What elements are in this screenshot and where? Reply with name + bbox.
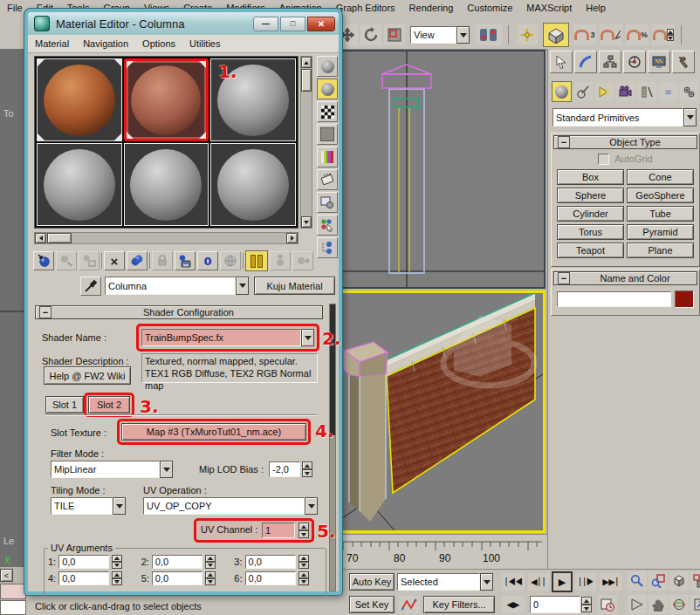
tab-hierarchy-icon[interactable]	[599, 51, 621, 73]
collapse-icon[interactable]: −	[558, 136, 570, 148]
teapot-button[interactable]: Teapot	[557, 243, 624, 258]
material-options-icon[interactable]	[317, 192, 338, 213]
uv-arg-field[interactable]: 0,0	[58, 555, 109, 569]
go-to-start-button[interactable]: ⏐◀◀	[502, 573, 525, 591]
uv-channel-spinner[interactable]	[299, 523, 309, 538]
close-button[interactable]: ✕	[307, 17, 335, 31]
key-filters-button[interactable]: Key Filters...	[423, 596, 495, 613]
material-id-channel-icon[interactable]: 0	[197, 251, 218, 270]
shapes-category-icon[interactable]	[574, 82, 593, 101]
uv-arg-field[interactable]: 0,0	[152, 571, 202, 585]
uv-operation-arrow[interactable]	[305, 497, 318, 515]
previous-frame-button[interactable]: ◀⏐⏐	[528, 573, 549, 591]
torus-button[interactable]: Torus	[557, 224, 624, 240]
background-icon[interactable]	[317, 101, 338, 122]
use-pivot-center-icon[interactable]	[476, 24, 502, 45]
systems-category-icon[interactable]	[680, 82, 698, 101]
tiling-mode-arrow[interactable]	[113, 497, 126, 515]
collapse-icon[interactable]: −	[39, 306, 51, 318]
slot2-tab[interactable]: Slot 2	[88, 396, 130, 413]
video-color-check-icon[interactable]	[317, 147, 338, 167]
sample-uv-tiling-icon[interactable]	[317, 124, 338, 145]
tab-modify-icon[interactable]	[574, 51, 597, 73]
viewport-front[interactable]	[340, 50, 546, 289]
palette-horizontal-scrollbar[interactable]	[34, 232, 299, 244]
auto-key-button[interactable]: Auto Key	[349, 573, 395, 591]
go-to-end-button[interactable]: ▶▶⏐	[600, 573, 622, 591]
go-to-parent-icon[interactable]	[270, 251, 291, 270]
make-unique-icon[interactable]	[152, 251, 173, 270]
help-fw2-wiki-button[interactable]: Help @ FW2 Wiki	[44, 366, 131, 385]
sample-slot-empty[interactable]	[37, 143, 122, 226]
angle-snap-toggle-icon[interactable]	[600, 24, 622, 45]
make-preview-icon[interactable]	[317, 169, 338, 190]
select-rotate-icon[interactable]	[360, 24, 381, 45]
play-button[interactable]: ▶	[552, 571, 573, 592]
snaps-toggle-icon[interactable]	[543, 23, 569, 47]
current-frame-field[interactable]: 0	[530, 596, 580, 613]
uv-arg-field[interactable]: 0,0	[58, 571, 109, 585]
sample-slot-empty[interactable]	[210, 143, 296, 226]
tab-create-icon[interactable]	[550, 51, 573, 73]
mip-lod-bias-field[interactable]: -2,0	[269, 461, 300, 477]
sample-slot-brick[interactable]	[37, 58, 122, 141]
menu-options[interactable]: Options	[135, 36, 182, 51]
uv-arg-spinner[interactable]	[112, 555, 122, 569]
field-of-view-icon[interactable]	[628, 595, 647, 614]
geosphere-button[interactable]: GeoSphere	[627, 188, 694, 203]
arc-rotate-icon[interactable]	[669, 595, 689, 614]
menu-customize[interactable]: Customize	[460, 0, 519, 16]
angle-snap-3-icon[interactable]: 3	[573, 24, 596, 45]
sample-slot-columna-selected[interactable]	[124, 58, 209, 141]
tab-utilities-icon[interactable]	[672, 51, 695, 73]
key-mode-curve-icon[interactable]	[399, 596, 420, 613]
zoom-extents-icon[interactable]	[669, 571, 689, 591]
helpers-category-icon[interactable]	[638, 82, 656, 101]
shader-name-arrow[interactable]	[301, 329, 314, 346]
cylinder-button[interactable]: Cylinder	[557, 206, 624, 222]
shader-name-dropdown[interactable]: TrainBumpSpec.fx	[141, 329, 314, 346]
uv-arg-spinner[interactable]	[205, 555, 216, 569]
menu-maxscript[interactable]: MAXScript	[519, 0, 579, 16]
menu-utilities[interactable]: Utilities	[182, 36, 227, 51]
uv-arg-field[interactable]: 0,0	[245, 555, 296, 569]
material-editor-window[interactable]: Material Editor - Columna — □ ✕ Material…	[24, 9, 342, 595]
primitive-category-dropdown[interactable]: Standard Primitives	[552, 108, 697, 126]
current-frame-spinner[interactable]	[581, 597, 592, 612]
box-button[interactable]: Box	[557, 169, 624, 185]
spacewarps-category-icon[interactable]: ≈	[659, 82, 677, 101]
maxscript-listener-white-pane[interactable]	[0, 600, 26, 615]
min-max-toggle-icon[interactable]	[690, 595, 700, 614]
reference-coordsys-dropdown[interactable]: View	[410, 26, 470, 44]
key-mode-toggle-button[interactable]: ◀▶	[502, 596, 525, 613]
pick-material-from-object-icon[interactable]	[80, 277, 101, 296]
get-material-icon[interactable]	[33, 251, 54, 270]
put-to-library-icon[interactable]	[175, 251, 196, 270]
geometry-category-icon[interactable]	[552, 81, 572, 102]
mip-lod-bias-spinner[interactable]	[302, 461, 312, 477]
lights-category-icon[interactable]	[595, 82, 614, 101]
viewport-perspective-active[interactable]	[340, 290, 546, 533]
object-color-swatch[interactable]	[675, 290, 694, 308]
name-color-rollout-header[interactable]: − Name and Color	[553, 271, 697, 285]
timeline-left-scroll-button[interactable]: <	[0, 569, 13, 582]
menu-rendering[interactable]: Rendering	[402, 0, 461, 16]
uv-arg-field[interactable]: 0,0	[245, 571, 296, 585]
go-forward-to-sibling-icon[interactable]	[292, 251, 313, 270]
material-type-button[interactable]: Kuju Material	[254, 277, 335, 295]
slot-texture-button[interactable]: Map #3 (TxMuroTut01_nm.ace)	[121, 423, 306, 441]
sample-type-icon[interactable]	[317, 56, 338, 77]
object-name-field[interactable]	[557, 291, 671, 307]
uv-arg-spinner[interactable]	[205, 571, 216, 585]
collapse-icon[interactable]: −	[558, 272, 570, 284]
sphere-button[interactable]: Sphere	[557, 188, 624, 203]
pyramid-button[interactable]: Pyramid	[627, 224, 694, 240]
filter-mode-dropdown[interactable]: MipLinear	[51, 461, 173, 478]
selected-filter-arrow[interactable]	[480, 573, 493, 591]
plane-button[interactable]: Plane	[627, 243, 694, 258]
selected-filter-dropdown[interactable]: Selected	[397, 573, 493, 591]
spinner-snap-icon[interactable]	[652, 24, 675, 45]
select-by-material-icon[interactable]	[317, 215, 338, 236]
zoom-all-icon[interactable]	[649, 571, 668, 591]
zoom-extents-all-icon[interactable]	[690, 571, 700, 591]
